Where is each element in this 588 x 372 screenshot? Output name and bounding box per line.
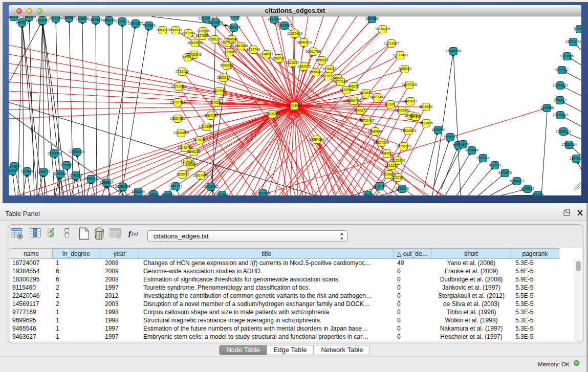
svg-text:245617: 245617 xyxy=(332,76,344,80)
svg-text:17016504: 17016504 xyxy=(561,143,577,146)
svg-text:10807487: 10807487 xyxy=(369,95,385,99)
svg-text:15751074: 15751074 xyxy=(565,40,581,43)
svg-text:16033810: 16033810 xyxy=(199,16,214,20)
svg-text:7632621: 7632621 xyxy=(488,163,502,167)
svg-text:16914479: 16914479 xyxy=(193,173,208,177)
svg-text:16033809: 16033809 xyxy=(208,20,223,24)
svg-text:1292344: 1292344 xyxy=(132,190,145,193)
svg-text:7515526: 7515526 xyxy=(142,24,156,27)
svg-text:6879197: 6879197 xyxy=(456,142,470,146)
svg-text:20364436: 20364436 xyxy=(346,99,361,102)
svg-text:5698222: 5698222 xyxy=(187,150,201,154)
svg-text:9245652: 9245652 xyxy=(521,187,534,190)
svg-text:1362615: 1362615 xyxy=(297,64,311,68)
svg-text:9474444: 9474444 xyxy=(465,148,478,152)
svg-text:12823446: 12823446 xyxy=(255,191,271,195)
svg-text:3875685: 3875685 xyxy=(223,50,236,54)
svg-text:8454749: 8454749 xyxy=(247,48,260,51)
svg-text:915542: 915542 xyxy=(229,16,241,18)
svg-text:19218506: 19218506 xyxy=(277,24,292,27)
svg-text:1145194: 1145194 xyxy=(53,172,67,176)
svg-text:1640954: 1640954 xyxy=(431,128,445,132)
svg-text:1215958: 1215958 xyxy=(540,106,554,110)
svg-text:1615132: 1615132 xyxy=(385,164,398,167)
svg-text:8912954: 8912954 xyxy=(182,31,195,35)
svg-text:9699695: 9699695 xyxy=(420,121,433,125)
svg-text:2087682: 2087682 xyxy=(365,17,379,20)
svg-text:1095817: 1095817 xyxy=(100,181,113,184)
svg-text:15720407: 15720407 xyxy=(359,119,375,122)
svg-text:1405572: 1405572 xyxy=(15,20,29,24)
svg-text:12093872: 12093872 xyxy=(553,83,568,87)
svg-text:12213369: 12213369 xyxy=(171,84,186,88)
svg-text:3267150: 3267150 xyxy=(204,114,217,117)
svg-text:10025433: 10025433 xyxy=(395,108,410,112)
svg-text:1071913: 1071913 xyxy=(116,19,129,23)
svg-text:12353594: 12353594 xyxy=(199,125,214,128)
svg-text:8186328: 8186328 xyxy=(208,37,222,41)
svg-text:18640910: 18640910 xyxy=(296,40,312,44)
svg-text:5322037: 5322037 xyxy=(286,61,299,64)
svg-text:1795725: 1795725 xyxy=(84,177,98,181)
svg-text:8660128: 8660128 xyxy=(169,28,182,32)
svg-text:224506: 224506 xyxy=(148,192,160,195)
svg-text:18724007: 18724007 xyxy=(287,104,302,107)
svg-text:1065526: 1065526 xyxy=(76,17,89,20)
svg-text:140994: 140994 xyxy=(185,163,197,166)
svg-text:11325419: 11325419 xyxy=(287,32,302,35)
svg-text:16961758: 16961758 xyxy=(306,50,321,53)
svg-text:1294275: 1294275 xyxy=(37,170,50,173)
svg-text:8435061: 8435061 xyxy=(9,164,21,168)
svg-text:10756928: 10756928 xyxy=(396,144,411,148)
svg-text:8471676: 8471676 xyxy=(498,171,512,174)
svg-text:1167533: 1167533 xyxy=(570,157,581,160)
svg-text:9115460: 9115460 xyxy=(419,105,432,108)
svg-text:9227342: 9227342 xyxy=(555,68,569,72)
svg-text:6794028: 6794028 xyxy=(323,67,336,71)
svg-text:812304: 812304 xyxy=(216,193,228,195)
svg-text:16782759: 16782759 xyxy=(115,185,130,188)
svg-text:7955812: 7955812 xyxy=(315,58,329,62)
svg-text:9463627: 9463627 xyxy=(404,99,417,103)
svg-text:3624554: 3624554 xyxy=(359,91,373,95)
svg-text:9084067: 9084067 xyxy=(380,151,394,155)
svg-text:252214: 252214 xyxy=(392,176,404,179)
svg-text:7485063: 7485063 xyxy=(398,67,411,71)
svg-text:8990448: 8990448 xyxy=(309,70,322,74)
svg-text:15692971: 15692971 xyxy=(556,129,571,133)
svg-text:915503: 915503 xyxy=(162,193,174,195)
svg-text:2020653: 2020653 xyxy=(48,151,61,155)
svg-text:25300203: 25300203 xyxy=(265,112,280,116)
svg-text:8427552: 8427552 xyxy=(213,89,226,93)
svg-text:19654923: 19654923 xyxy=(401,129,416,133)
svg-text:12213967: 12213967 xyxy=(384,41,399,45)
svg-text:1588520: 1588520 xyxy=(272,56,286,60)
svg-text:1115682: 1115682 xyxy=(20,169,33,173)
svg-text:154546: 154546 xyxy=(226,37,238,41)
svg-text:6497568: 6497568 xyxy=(340,88,353,92)
svg-text:16120746: 16120746 xyxy=(390,159,405,162)
svg-text:10543392: 10543392 xyxy=(187,41,203,45)
svg-text:1112058: 1112058 xyxy=(573,27,581,31)
svg-text:6466160: 6466160 xyxy=(102,18,116,22)
svg-text:193155: 193155 xyxy=(9,16,19,18)
svg-text:19654925: 19654925 xyxy=(170,117,185,120)
svg-text:9457791: 9457791 xyxy=(169,184,182,188)
svg-text:1290513: 1290513 xyxy=(69,173,82,177)
svg-text:14136141: 14136141 xyxy=(372,184,387,188)
svg-text:10654112: 10654112 xyxy=(509,179,525,183)
svg-text:9242848: 9242848 xyxy=(220,63,233,67)
svg-text:17359924: 17359924 xyxy=(69,150,84,154)
svg-text:1244419: 1244419 xyxy=(553,98,567,102)
svg-text:2935114: 2935114 xyxy=(476,156,490,160)
svg-text:10973493: 10973493 xyxy=(393,53,408,57)
svg-text:746266: 746266 xyxy=(348,84,360,88)
svg-text:16046758: 16046758 xyxy=(178,146,193,149)
svg-text:10688609: 10688609 xyxy=(367,129,383,133)
svg-text:15716485: 15716485 xyxy=(203,185,219,188)
svg-text:1733426: 1733426 xyxy=(396,187,409,190)
svg-text:1984309: 1984309 xyxy=(23,16,36,18)
svg-text:7663822: 7663822 xyxy=(156,28,169,32)
svg-text:9327506: 9327506 xyxy=(195,34,209,37)
svg-text:3226058: 3226058 xyxy=(197,29,210,33)
